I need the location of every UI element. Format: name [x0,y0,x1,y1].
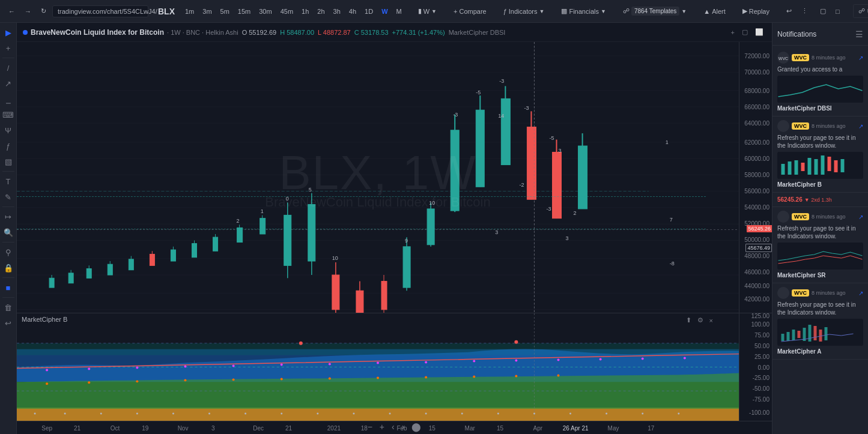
chart-type-selector[interactable]: ▮ W ▼ [414,5,440,17]
add-indicator-btn[interactable]: + [729,27,737,37]
url-bar[interactable]: tradingview.com/chart/5S4CLwJ4/ [52,5,148,17]
notif-1-link[interactable]: ↗ [858,55,863,61]
line-tool[interactable]: / [1,61,16,75]
notif-3-link[interactable]: ↗ [858,214,863,220]
main-chart-canvas[interactable]: BLX, 1W BraveNewCoin Liquid Index for Bi… [17,42,739,313]
notif-item-4[interactable]: WVC 8 minutes ago ↗ Refresh your page to… [772,283,868,360]
templates-icon: ☍ [623,7,630,15]
svg-text:1: 1 [261,208,264,214]
svg-rect-170 [792,330,795,340]
notif-3-time: 8 minutes ago [812,214,846,220]
timeframe-1w[interactable]: W [378,6,390,17]
symbol-name: BraveNewCoin Liquid Index for Bitcoin [31,28,164,37]
timeframe-1M[interactable]: M [393,6,405,17]
snapshot-btn[interactable]: ▢ [739,27,750,37]
notif-4-avatar [777,287,789,299]
marker-tool[interactable]: ■ [1,280,16,295]
sidebar-sep-4 [2,242,14,243]
timeframe-30m[interactable]: 30m [256,6,275,17]
undo-tool[interactable]: ↩ [1,316,16,330]
undo-button[interactable]: ↩ [783,5,795,17]
go-to-realtime-btn[interactable]: ⬤ [409,421,423,433]
main-layout: ▶ + / ↗ ⎯ ⌨ Ψ ƒ ▧ T ✎ ↦ 🔍 ⚲ 🔒 ■ 🗑 ↩ Brav… [0,23,868,434]
timeframe-45m[interactable]: 45m [278,6,296,17]
compare-button[interactable]: + Compare [450,5,490,17]
timeframe-4h[interactable]: 4h [346,6,359,17]
main-chart-pane[interactable]: BLX, 1W BraveNewCoin Liquid Index for Bi… [17,42,739,313]
financials-button[interactable]: ▩ Financials ▼ [557,5,609,17]
lock-tool[interactable]: 🔒 [1,261,16,275]
close-pane-btn[interactable]: × [708,316,715,325]
timeframe-2h[interactable]: 2h [314,6,327,17]
price-label-70000: 70000.00 [744,68,769,75]
trash-tool[interactable]: 🗑 [1,300,16,315]
timeline-mar: Mar [465,425,475,432]
screenshot-button[interactable]: ▢ [816,5,830,17]
crosshair-tool[interactable]: + [1,41,16,55]
notif-item-1[interactable]: WVC WVC 8 minutes ago ↗ Granted you acce… [772,48,868,116]
svg-text:1: 1 [666,139,669,145]
magnet-tool[interactable]: ⚲ [1,245,16,259]
notif-3-header: WVC 8 minutes ago ↗ [777,211,863,223]
measure-tool[interactable]: ↦ [1,209,16,224]
more-button[interactable]: ⋮ [798,5,812,17]
alert-button[interactable]: ▲ Alert [700,5,729,17]
notif-menu-btn[interactable]: ☰ [855,29,863,39]
forward-button[interactable]: → [21,5,35,17]
oscillator-chart-area[interactable]: MarketCipher B ⬆ ⚙ × [17,313,739,421]
svg-point-138 [317,413,318,415]
channel-tool[interactable]: ⌨ [1,107,16,122]
notif-4-link[interactable]: ↗ [858,290,863,297]
svg-rect-59 [476,110,484,187]
ray-tool[interactable]: ↗ [1,76,16,91]
osc-label-100: 100.00 [751,321,769,327]
timeframe-3h[interactable]: 3h [330,6,344,17]
brush-tool[interactable]: ✎ [1,190,16,204]
notifications-tab[interactable]: Notifications [777,30,816,38]
right-panel-header: Notifications ☰ [772,23,868,46]
fullscreen-chart-btn[interactable]: ⬜ [753,27,766,37]
timeframe-1h[interactable]: 1h [299,6,312,17]
notif-item-2[interactable]: WVC 8 minutes ago ↗ Refresh your page to… [772,116,868,193]
candlestick-chart: -5 -3 14 -3 -5 -2 -3 2 3 -3 10 9 0 5 [17,42,739,313]
sidebar-sep-5 [2,277,14,278]
svg-rect-96 [17,408,739,421]
refresh-button[interactable]: ↻ [37,5,50,17]
notif-price-b[interactable]: 56245.26 ▼ 2xd 1.3h [772,193,868,207]
expand-pane-btn[interactable]: ⬆ [684,316,693,325]
price-change-b: ▼ 2xd 1.3h [804,197,832,203]
notif-item-3[interactable]: WVC 8 minutes ago ↗ Refresh your page to… [772,207,868,283]
scroll-left-btn[interactable]: ‹ [389,421,397,433]
svg-point-166 [777,287,789,299]
zoom-out-btn[interactable]: − [365,421,375,433]
settings-pane-btn[interactable]: ⚙ [696,316,705,325]
notif-2-link[interactable]: ↗ [858,123,863,130]
text-tool[interactable]: T [1,174,16,188]
templates-button[interactable]: ☍ 7864 Templates ▼ [619,4,690,18]
price-scale[interactable]: 72000.00 70000.00 68000.00 66000.00 6400… [739,42,772,313]
replay-button[interactable]: ▶ Replay [739,5,773,17]
back-button[interactable]: ← [5,5,19,17]
cursor-tool[interactable]: ▶ [1,25,16,40]
timeline-dec: Dec [253,425,264,432]
timeframe-3m[interactable]: 3m [199,6,214,17]
unnamed-button[interactable]: ☍ Unnamed ▼ [853,4,868,18]
fullscreen-button[interactable]: □ [832,5,843,17]
indicators-button[interactable]: ƒ Indicators ▼ [500,5,548,17]
timeframe-5m[interactable]: 5m [217,6,232,17]
horizontal-line-tool[interactable]: ⎯ [1,92,16,106]
pitchfork-tool[interactable]: Ψ [1,123,16,137]
timeframe-15m[interactable]: 15m [235,6,253,17]
scroll-right-btn[interactable]: › [399,421,407,433]
zoom-in-btn[interactable]: + [377,421,387,433]
top-toolbar: ← → ↻ tradingview.com/chart/5S4CLwJ4/ BL… [0,0,868,23]
svg-rect-55 [427,209,434,245]
timeline: Sep 21 Oct 19 Nov 3 Dec 21 2021 18 Feb 1… [17,421,772,434]
svg-text:5: 5 [309,186,312,192]
zoom-tool[interactable]: 🔍 [1,225,16,240]
gann-tool[interactable]: ▧ [1,154,16,169]
timeframe-1d[interactable]: 1D [362,6,376,17]
fibonacci-tool[interactable]: ƒ [1,139,16,153]
timeframe-1m[interactable]: 1m [182,6,197,17]
svg-rect-51 [381,282,387,310]
